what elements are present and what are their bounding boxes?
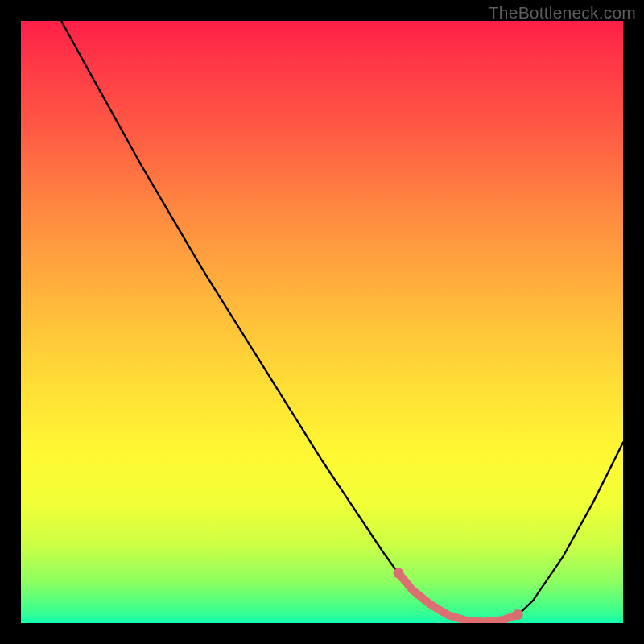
highlight-band-dot-start	[394, 568, 404, 578]
highlight-band-line	[398, 573, 518, 622]
bottleneck-curve	[61, 21, 623, 622]
attribution-text: TheBottleneck.com	[489, 3, 636, 23]
plot-frame	[21, 21, 623, 623]
curve-layer	[21, 21, 623, 623]
highlight-band-dot-end	[513, 609, 523, 620]
